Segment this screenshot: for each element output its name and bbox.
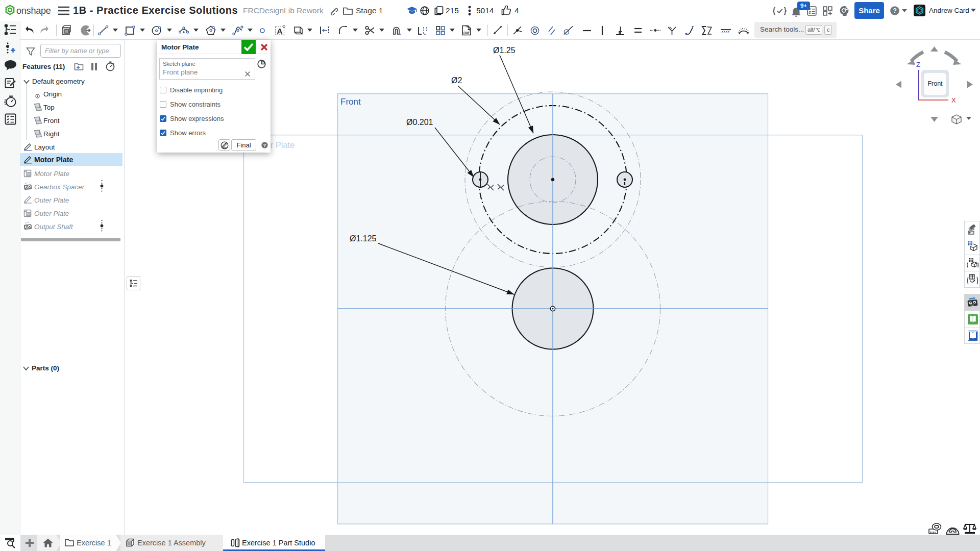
svg-text:Z: Z: [916, 61, 920, 68]
svg-text:?: ?: [263, 143, 266, 148]
svg-text:A: A: [277, 27, 283, 35]
svg-text:Front: Front: [340, 97, 361, 107]
svg-text:?: ?: [893, 7, 897, 14]
svg-text:Ø1.125: Ø1.125: [350, 234, 377, 243]
svg-text:X: X: [951, 96, 956, 104]
svg-text:Ø1.25: Ø1.25: [493, 46, 516, 55]
svg-text:Front: Front: [927, 80, 943, 87]
svg-text:Ø2: Ø2: [451, 76, 462, 85]
svg-text:DXF: DXF: [463, 31, 470, 35]
svg-text:Ø0.201: Ø0.201: [406, 118, 433, 127]
